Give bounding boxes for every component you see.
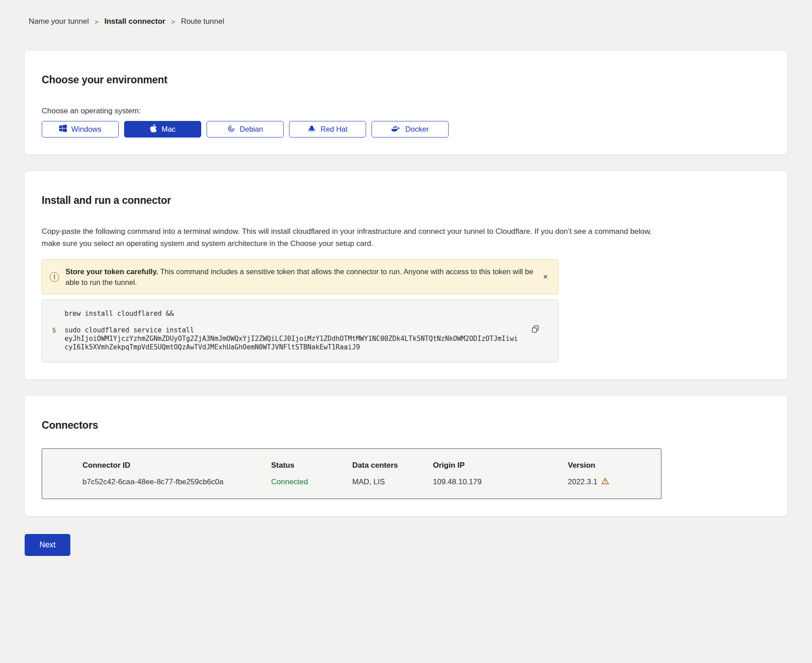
breadcrumb: Name your tunnel > Install connector > R…	[25, 17, 787, 26]
os-button-group: Windows Mac Debian Red Hat	[42, 121, 770, 138]
docker-icon	[391, 125, 401, 134]
command-text: brew install cloudflared &&	[65, 310, 519, 318]
data-centers-cell: MAD, LIS	[352, 478, 433, 486]
copy-icon[interactable]	[531, 324, 540, 335]
shell-prompt	[52, 310, 58, 318]
os-button-label: Red Hat	[320, 125, 348, 133]
os-button-docker[interactable]: Docker	[371, 121, 449, 138]
os-button-redhat[interactable]: Red Hat	[289, 121, 366, 138]
breadcrumb-step-name-tunnel[interactable]: Name your tunnel	[29, 17, 89, 26]
breadcrumb-separator: >	[171, 18, 175, 26]
column-header-version: Version	[568, 461, 661, 470]
os-button-mac[interactable]: Mac	[124, 121, 201, 138]
command-line: $ sudo cloudflared service install eyJhI…	[52, 326, 519, 352]
command-text: sudo cloudflared service install eyJhIjo…	[65, 326, 519, 352]
environment-card: Choose your environment Choose an operat…	[25, 51, 787, 155]
windows-icon	[59, 125, 67, 134]
connectors-card-title: Connectors	[42, 419, 770, 431]
install-card-title: Install and run a connector	[42, 194, 770, 207]
install-card: Install and run a connector Copy-paste t…	[25, 171, 787, 379]
column-header-connector-id: Connector ID	[82, 461, 271, 470]
next-button[interactable]: Next	[25, 534, 70, 556]
redhat-icon	[307, 125, 316, 133]
token-warning-text: Store your token carefully. This command…	[65, 266, 536, 288]
tunnel-setup-page: Name your tunnel > Install connector > R…	[0, 0, 812, 574]
connector-id-cell: b7c52c42-6caa-48ee-8c77-fbe259cb6c0a	[82, 478, 271, 486]
version-cell: 2022.3.1	[568, 478, 661, 486]
column-header-status: Status	[271, 461, 352, 470]
connectors-table-header: Connector ID Status Data centers Origin …	[82, 461, 661, 470]
environment-card-title: Choose your environment	[42, 74, 770, 86]
connectors-card: Connectors Connector ID Status Data cent…	[25, 396, 787, 516]
connectors-table: Connector ID Status Data centers Origin …	[42, 448, 661, 499]
column-header-data-centers: Data centers	[352, 461, 433, 470]
token-warning-banner: ! Store your token carefully. This comma…	[42, 259, 558, 294]
shell-prompt: $	[52, 326, 58, 352]
column-header-origin-ip: Origin IP	[433, 461, 568, 470]
breadcrumb-step-route-tunnel[interactable]: Route tunnel	[181, 17, 224, 26]
install-description: Copy-paste the following command into a …	[42, 225, 657, 250]
version-value: 2022.3.1	[568, 478, 597, 486]
close-icon[interactable]: ✕	[542, 272, 549, 282]
version-warning-icon	[601, 478, 609, 486]
os-button-label: Mac	[161, 125, 175, 133]
connector-row: b7c52c42-6caa-48ee-8c77-fbe259cb6c0a Con…	[82, 478, 661, 486]
os-button-label: Windows	[71, 125, 101, 133]
os-button-debian[interactable]: Debian	[207, 121, 284, 138]
breadcrumb-separator: >	[95, 18, 99, 26]
status-badge: Connected	[271, 478, 352, 486]
warning-exclamation-icon: !	[50, 272, 59, 282]
breadcrumb-step-install-connector[interactable]: Install connector	[104, 17, 165, 26]
apple-icon	[150, 124, 157, 134]
command-block: brew install cloudflared && $ sudo cloud…	[42, 300, 558, 362]
token-warning-title: Store your token carefully.	[65, 267, 158, 276]
os-button-label: Docker	[405, 125, 428, 133]
os-select-label: Choose an operating system:	[42, 107, 770, 116]
debian-icon	[227, 125, 235, 134]
origin-ip-cell: 109.48.10.179	[433, 478, 568, 486]
command-line: brew install cloudflared &&	[52, 310, 519, 318]
os-button-windows[interactable]: Windows	[42, 121, 119, 138]
os-button-label: Debian	[240, 125, 263, 133]
